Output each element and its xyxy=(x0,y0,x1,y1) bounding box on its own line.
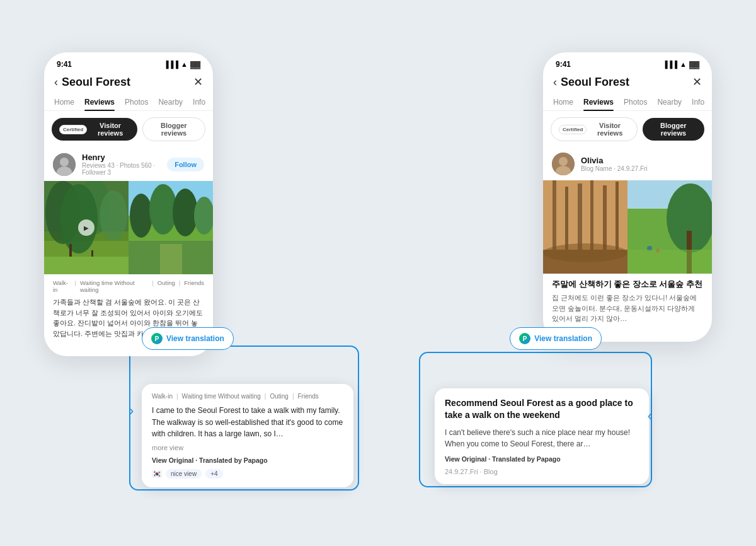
reviewer-meta-olivia: Blog Name · 24.9.27.Fri xyxy=(581,165,703,172)
nav-tabs-right: Home Reviews Photos Nearby Info xyxy=(543,94,712,111)
close-button-left[interactable]: ✕ xyxy=(193,75,203,89)
follow-button[interactable]: Follow xyxy=(167,158,204,171)
svg-point-17 xyxy=(173,189,198,236)
arrow-left: › xyxy=(129,403,134,419)
tab-info-left[interactable]: Info xyxy=(193,94,205,110)
battery-icon: ▓▓ xyxy=(190,61,200,68)
review-type-bar-left: Certified Visitor reviews Blogger review… xyxy=(44,111,213,148)
visitor-reviews-btn-left[interactable]: Certified Visitor reviews xyxy=(52,118,137,141)
svg-point-1 xyxy=(60,158,69,166)
popup-bottom-left: 🇰🇷 nice view +4 xyxy=(152,469,343,479)
blogger-reviews-btn-left[interactable]: Blogger reviews xyxy=(142,117,205,141)
tab-nearby-right[interactable]: Nearby xyxy=(657,94,682,110)
play-icon[interactable]: ▶ xyxy=(78,219,94,236)
photo-grid-left: ▶ xyxy=(44,181,213,274)
tab-home-right[interactable]: Home xyxy=(553,94,573,110)
status-icons-left: ▐▐▐ ▲ ▓▓ xyxy=(164,61,200,68)
svg-rect-40 xyxy=(627,250,712,274)
tags-row-left: Walk-in | Waiting time Without waiting |… xyxy=(44,274,213,296)
popup-title-right: Recommend Seoul Forest as a good place t… xyxy=(445,397,639,422)
status-bar-right: 9:41 ▐▐▐ ▲ ▓▓ xyxy=(543,52,712,73)
view-translation-btn-left[interactable]: P View translation xyxy=(142,327,234,350)
status-bar-left: 9:41 ▐▐▐ ▲ ▓▓ xyxy=(44,52,213,73)
phone-right: 9:41 ▐▐▐ ▲ ▓▓ ‹ Seoul Forest ✕ Home Revi… xyxy=(543,52,712,342)
battery-icon-right: ▓▓ xyxy=(689,61,699,68)
blogger-title-ko: 주말에 산책하기 좋은 장소로 서울숲 추천 xyxy=(543,274,712,293)
papago-icon-left: P xyxy=(151,333,163,344)
svg-point-8 xyxy=(60,184,98,253)
close-button-right[interactable]: ✕ xyxy=(692,75,702,89)
svg-point-33 xyxy=(543,243,627,262)
tab-photos-right[interactable]: Photos xyxy=(624,94,647,110)
photo-park-right xyxy=(627,180,712,274)
view-original-right: View Original · Translated by Papago xyxy=(445,455,639,463)
wifi-icon: ▲ xyxy=(181,61,188,68)
reviewer-name-henry: Henry xyxy=(82,153,161,162)
arrow-right: ‹ xyxy=(648,408,652,424)
certified-badge-right: Certified xyxy=(559,125,587,134)
popup-text-left: I came to the Seoul Forest to take a wal… xyxy=(152,405,343,440)
signal-icon-right: ▐▐▐ xyxy=(663,61,677,68)
tab-home-left[interactable]: Home xyxy=(54,94,74,110)
popup-date-blog: 24.9.27.Fri · Blog xyxy=(445,468,639,475)
review-type-bar-right: Certified Visitor reviews Blogger review… xyxy=(543,111,712,148)
popup-tags-left: Walk-in | Waiting time Without waiting |… xyxy=(152,393,343,400)
avatar-olivia xyxy=(552,153,575,175)
reviewer-row-right: Olivia Blog Name · 24.9.27.Fri xyxy=(543,148,712,180)
tab-info-right[interactable]: Info xyxy=(692,94,704,110)
reviewer-info-henry: Henry Reviews 43 · Photos 560 · Follower… xyxy=(82,153,161,176)
papago-icon-right: P xyxy=(519,333,530,344)
back-button-right[interactable]: ‹ xyxy=(553,76,557,89)
more-view-left[interactable]: more view xyxy=(152,444,343,451)
translation-popup-right: Recommend Seoul Forest as a good place t… xyxy=(435,388,649,484)
status-icons-right: ▐▐▐ ▲ ▓▓ xyxy=(663,61,699,68)
back-button-left[interactable]: ‹ xyxy=(54,76,58,89)
popup-text-right: I can't believe there's such a nice plac… xyxy=(445,427,639,450)
blogger-preview-ko: 집 근처에도 이런 좋은 장소가 있다니! 서울숲에 오면 숲놀이터. 분수대,… xyxy=(543,293,712,329)
svg-point-9 xyxy=(100,190,127,241)
avatar-henry xyxy=(53,153,76,176)
photo-forest-right xyxy=(129,181,213,274)
header-right: ‹ Seoul Forest ✕ xyxy=(543,73,712,94)
nice-view-tag[interactable]: nice view xyxy=(166,469,202,479)
visitor-reviews-btn-right[interactable]: Certified Visitor reviews xyxy=(551,117,638,141)
reviewer-info-olivia: Olivia Blog Name · 24.9.27.Fri xyxy=(581,156,703,172)
header-left: ‹ Seoul Forest ✕ xyxy=(44,73,213,94)
reviewer-meta-henry: Reviews 43 · Photos 560 · Follower 3 xyxy=(82,162,161,176)
photo-grid-right xyxy=(543,180,712,274)
translation-popup-left: Walk-in | Waiting time Without waiting |… xyxy=(142,384,353,487)
photo-autumn-left xyxy=(543,180,627,274)
photo-forest-left: ▶ xyxy=(44,181,129,274)
tab-nearby-left[interactable]: Nearby xyxy=(158,94,183,110)
svg-rect-20 xyxy=(160,244,182,274)
signal-icon: ▐▐▐ xyxy=(164,61,178,68)
page-title-right: Seoul Forest xyxy=(561,76,629,89)
view-original-left: View Original · Translated by Papago xyxy=(152,456,343,464)
reviewer-name-olivia: Olivia xyxy=(581,156,703,165)
reviewer-row-left: Henry Reviews 43 · Photos 560 · Follower… xyxy=(44,148,213,181)
svg-point-22 xyxy=(559,157,568,166)
tab-reviews-left[interactable]: Reviews xyxy=(84,94,115,110)
nav-tabs-left: Home Reviews Photos Nearby Info xyxy=(44,94,213,111)
view-translation-btn-right[interactable]: P View translation xyxy=(510,327,602,350)
flag-icon-left: 🇰🇷 xyxy=(152,469,162,479)
certified-badge-left: Certified xyxy=(59,125,87,134)
svg-point-15 xyxy=(130,194,152,238)
blogger-reviews-btn-right[interactable]: Blogger reviews xyxy=(643,118,704,141)
page-title-left: Seoul Forest xyxy=(62,76,130,89)
plus-tag[interactable]: +4 xyxy=(205,469,222,479)
svg-rect-12 xyxy=(44,257,129,274)
wifi-icon-right: ▲ xyxy=(680,61,687,68)
tab-photos-left[interactable]: Photos xyxy=(125,94,148,110)
phone-left: 9:41 ▐▐▐ ▲ ▓▓ ‹ Seoul Forest ✕ Home Revi… xyxy=(44,52,213,356)
time-right: 9:41 xyxy=(556,60,571,69)
tab-reviews-right[interactable]: Reviews xyxy=(583,94,614,110)
time-left: 9:41 xyxy=(57,60,72,69)
